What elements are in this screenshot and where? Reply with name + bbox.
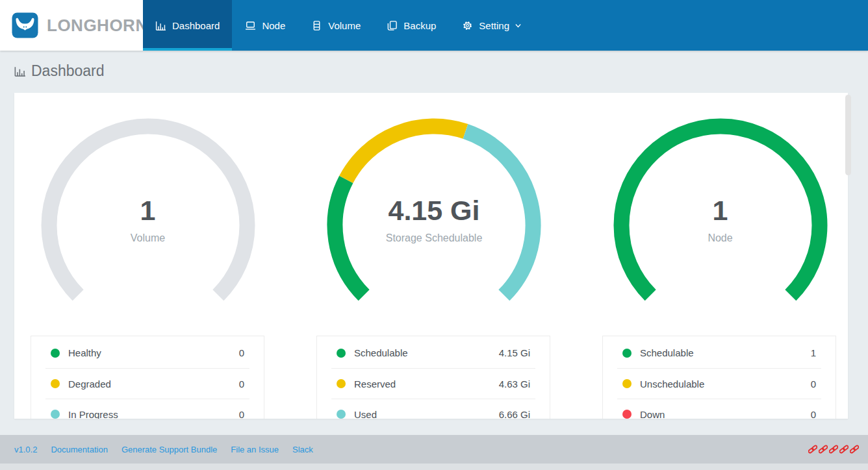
legend-label: Healthy (68, 347, 101, 358)
footer-bottom-strip (0, 464, 868, 470)
legend-value: 6.66 Gi (499, 409, 530, 419)
legend-row: Down0 (617, 399, 821, 419)
legend-row: In Progress0 (45, 399, 249, 419)
gauge-value: 1 (44, 194, 252, 227)
legend-label: Used (354, 409, 377, 419)
volume-legend: Healthy0Degraded0In Progress0 (31, 336, 264, 419)
link-icon[interactable] (839, 445, 849, 454)
bar-chart-icon (155, 20, 166, 31)
legend-value: 0 (239, 347, 244, 358)
link-icon[interactable] (819, 445, 828, 454)
legend-label: Degraded (68, 378, 111, 390)
version-label: v1.0.2 (14, 445, 37, 454)
legend-label: In Progress (68, 409, 118, 419)
bar-chart-icon (14, 66, 26, 77)
footer-bar: v1.0.2 DocumentationGenerate Support Bun… (0, 435, 868, 464)
legend-label: Down (640, 409, 665, 419)
gauge-value: 1 (617, 194, 824, 227)
legend-row: Unschedulable0 (617, 368, 821, 399)
nav-item-setting[interactable]: Setting (449, 0, 535, 51)
legend-label: Unschedulable (640, 378, 704, 390)
legend-label: Reserved (354, 378, 396, 390)
legend-color-dot (622, 349, 632, 358)
legend-value: 1 (811, 347, 816, 358)
gauge-label: Storage Schedulable (330, 231, 538, 245)
brand-name: LONGHORN (47, 16, 148, 36)
legend-label: Schedulable (354, 347, 408, 358)
volume-icon (311, 20, 322, 31)
legend-color-dot (337, 410, 346, 419)
node-icon (245, 20, 256, 31)
legend-color-dot (622, 379, 632, 388)
storage-schedulable-gauge-center: 4.15 GiStorage Schedulable (330, 194, 538, 245)
node-gauge-center: 1Node (617, 194, 824, 245)
longhorn-logo-icon (12, 12, 38, 38)
legend-value: 0 (239, 378, 244, 390)
legend-value: 0 (239, 409, 244, 419)
legend-row: Degraded0 (45, 368, 249, 399)
legend-row: Used6.66 Gi (331, 399, 535, 419)
nav-item-node[interactable]: Node (232, 0, 298, 51)
gear-icon (462, 20, 473, 31)
legend-row: Schedulable1 (617, 338, 821, 368)
link-icon[interactable] (829, 445, 838, 454)
footer-link-generate-support-bundle[interactable]: Generate Support Bundle (121, 445, 217, 454)
legend-value: 0 (811, 409, 816, 419)
nav-item-volume[interactable]: Volume (298, 0, 374, 51)
footer-link-file-an-issue[interactable]: File an Issue (231, 445, 279, 454)
scrollbar-thumb[interactable] (845, 95, 851, 175)
legend-value: 4.63 Gi (499, 378, 530, 390)
page-title-text: Dashboard (31, 62, 105, 80)
footer-link-slack[interactable]: Slack (292, 445, 313, 454)
main-nav: DashboardNodeVolumeBackupSetting (143, 0, 535, 51)
legend-color-dot (337, 349, 346, 358)
gauge-label: Volume (44, 231, 252, 245)
legend-label: Schedulable (640, 347, 694, 358)
legend-color-dot (51, 379, 60, 388)
legend-color-dot (337, 379, 346, 388)
volume-gauge-center: 1Volume (44, 194, 252, 245)
node-legend: Schedulable1Unschedulable0Down0 (602, 336, 836, 419)
gauge-label: Node (617, 231, 824, 245)
backup-icon (387, 20, 398, 31)
chevron-down-icon (514, 21, 522, 30)
legend-value: 4.15 Gi (499, 347, 530, 358)
footer-link-documentation[interactable]: Documentation (51, 445, 107, 454)
legend-color-dot (51, 349, 60, 358)
nav-item-backup[interactable]: Backup (374, 0, 449, 51)
legend-color-dot (622, 410, 632, 419)
brand-logo-area[interactable]: LONGHORN (0, 0, 143, 51)
broken-link-icons (808, 445, 859, 454)
link-icon[interactable] (850, 445, 859, 454)
legend-row: Healthy0 (45, 338, 249, 368)
legend-row: Reserved4.63 Gi (331, 368, 535, 399)
gauge-value: 4.15 Gi (330, 194, 538, 227)
page-title: Dashboard (14, 62, 105, 80)
storage-schedulable-legend: Schedulable4.15 GiReserved4.63 GiUsed6.6… (316, 336, 550, 419)
link-icon[interactable] (808, 445, 817, 454)
top-nav-bar: LONGHORN DashboardNodeVolumeBackupSettin… (0, 0, 868, 51)
legend-value: 0 (811, 378, 816, 390)
legend-row: Schedulable4.15 Gi (331, 338, 535, 368)
dashboard-card: 1VolumeHealthy0Degraded0In Progress04.15… (14, 93, 848, 419)
nav-item-dashboard[interactable]: Dashboard (143, 0, 232, 51)
legend-color-dot (51, 410, 60, 419)
